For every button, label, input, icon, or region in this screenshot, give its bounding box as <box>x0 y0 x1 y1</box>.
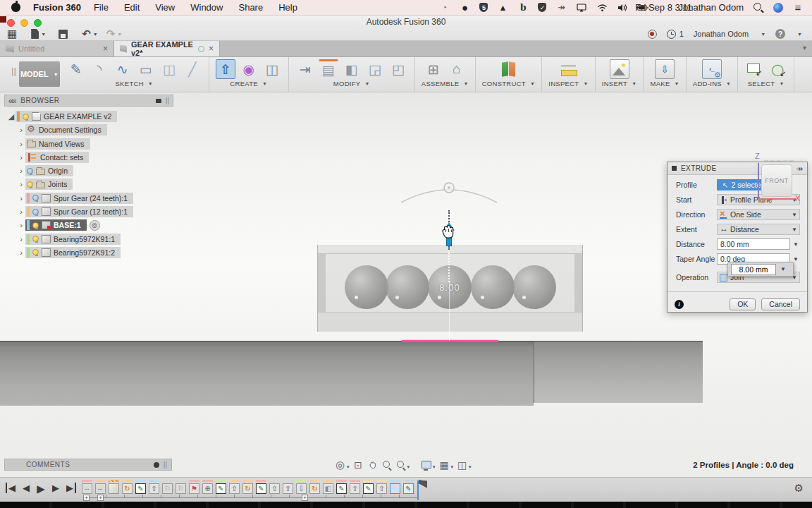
timeline-feature-revolve[interactable] <box>309 480 321 495</box>
info-icon[interactable]: i <box>675 300 684 309</box>
spiral-icon[interactable] <box>438 2 450 13</box>
navbar-caret-icon[interactable]: ▾ <box>347 464 350 470</box>
visibility-bulb-icon[interactable] <box>32 249 39 255</box>
app-grid-icon[interactable] <box>7 28 17 40</box>
extrude-feature-icon[interactable] <box>269 483 280 494</box>
zoom-icon[interactable] <box>381 459 393 471</box>
spline-icon[interactable] <box>113 59 133 79</box>
window-select-icon[interactable] <box>744 59 764 79</box>
measure-icon[interactable] <box>558 59 578 79</box>
timeline-feature-sketch[interactable] <box>216 480 228 495</box>
close-tab-icon[interactable]: × <box>209 44 214 54</box>
visibility-bulb-icon[interactable] <box>32 236 39 242</box>
display-icon[interactable] <box>420 459 432 471</box>
timeline-feature-cube[interactable] <box>109 480 121 495</box>
timeline-feature-export[interactable] <box>296 480 308 495</box>
chamfer-icon[interactable] <box>388 59 408 79</box>
siri-icon[interactable] <box>773 3 783 13</box>
browser-item-body[interactable]: Bearing5972K91:1 <box>25 234 121 245</box>
drive-icon[interactable] <box>497 2 508 13</box>
combine-feature-icon[interactable] <box>323 483 333 494</box>
menubar-clock[interactable]: Fri Sep 8 3:11 <box>658 2 669 13</box>
timeline-playhead-flag[interactable] <box>419 480 427 488</box>
browser-item-body[interactable]: BASE:1 <box>25 219 87 231</box>
timeline-group-expand-icon[interactable]: + <box>97 495 104 501</box>
press-pull-icon[interactable] <box>295 59 315 79</box>
timeline-feature-cube-sel[interactable] <box>390 480 402 495</box>
timeline-feature-sketch[interactable] <box>336 480 348 495</box>
timeline-feature-revolve[interactable] <box>122 480 134 495</box>
browser-item-document-settings[interactable]: ›Document Settings <box>4 124 173 135</box>
undo-caret[interactable]: ▼ <box>93 32 98 37</box>
input-caret-icon[interactable]: ▼ <box>793 256 799 262</box>
browser-item-body[interactable]: Joints <box>25 179 73 190</box>
direction-select[interactable]: One Side▼ <box>717 209 800 220</box>
extrude-feature-icon[interactable] <box>149 483 159 494</box>
grid-icon[interactable] <box>438 459 450 471</box>
browser-item-joints[interactable]: ›Joints <box>4 179 173 190</box>
sketch-mirror-icon[interactable] <box>159 59 179 79</box>
pan-icon[interactable] <box>367 459 379 471</box>
record-icon[interactable] <box>648 30 657 39</box>
visibility-bulb-icon[interactable] <box>23 114 29 120</box>
extrude-feature-icon[interactable] <box>376 483 387 494</box>
undo-icon[interactable] <box>82 28 91 40</box>
timeline-feature-group[interactable] <box>95 480 107 495</box>
bearing-ball[interactable] <box>512 265 556 309</box>
menubar-user[interactable]: Jonathan Odom <box>678 2 744 13</box>
wifi-icon[interactable] <box>596 2 608 13</box>
timeline-feature-group[interactable] <box>82 480 94 495</box>
sketch-feature-icon[interactable] <box>216 483 226 494</box>
input-caret-icon[interactable]: ▼ <box>793 241 799 248</box>
browser-dock-icon[interactable] <box>156 99 161 103</box>
viewcube[interactable]: FRONT Z X <box>750 152 806 207</box>
menu-file[interactable]: File <box>94 2 109 13</box>
fillet-icon[interactable] <box>365 59 385 79</box>
revolve-feature-icon[interactable] <box>242 483 253 494</box>
ribbon-group-label-create[interactable]: CREATE▼ <box>230 80 267 87</box>
browser-item-origin[interactable]: ›Origin <box>4 165 173 176</box>
cube-sel-feature-icon[interactable] <box>390 483 400 494</box>
extrude-dimension-value[interactable]: 8.00 <box>433 282 466 293</box>
create-sketch-icon[interactable] <box>66 59 86 79</box>
expander-icon[interactable]: › <box>17 126 25 134</box>
slot-icon[interactable] <box>136 59 156 79</box>
browser-collapse-icon[interactable]: «« <box>8 96 15 106</box>
revolve-feature-icon[interactable] <box>309 483 320 494</box>
extrude-feature-icon[interactable] <box>229 483 240 494</box>
redo-icon[interactable] <box>106 28 116 40</box>
extent-select[interactable]: Distance▼ <box>717 224 800 235</box>
gear-housing-bottom-band[interactable] <box>318 312 582 332</box>
navbar-caret-icon[interactable]: ▾ <box>451 464 454 470</box>
expander-icon[interactable]: ◢ <box>7 112 16 121</box>
menu-view[interactable]: View <box>155 2 175 13</box>
expander-icon[interactable]: › <box>17 235 25 243</box>
bear-icon[interactable]: b <box>517 2 529 13</box>
job-status-icon[interactable] <box>667 30 676 39</box>
timeline-feature-extrude[interactable] <box>269 480 281 495</box>
sketch-sel-feature-icon[interactable] <box>403 483 414 494</box>
trim-icon[interactable] <box>183 59 202 79</box>
timeline-feature-extrude[interactable] <box>149 480 161 495</box>
export-feature-icon[interactable] <box>296 483 307 494</box>
cloud-status-icon[interactable] <box>198 46 204 52</box>
timeline-feature-sketch[interactable] <box>363 480 375 495</box>
save-icon[interactable] <box>59 30 68 39</box>
sketch-fillet-icon[interactable] <box>90 59 109 79</box>
menu-edit[interactable]: Edit <box>124 2 140 13</box>
timeline-group-expand-icon[interactable]: + <box>83 495 90 501</box>
timeline-feature-extrude[interactable] <box>376 480 388 495</box>
skip-end-icon[interactable]: ▶ <box>65 483 76 493</box>
timeline-feature-sketch[interactable] <box>135 480 147 495</box>
ribbon-group-label-construct[interactable]: CONSTRUCT▼ <box>482 80 536 87</box>
browser-item-body[interactable]: Named Views <box>25 138 90 150</box>
group-feature-icon[interactable] <box>82 483 92 494</box>
browser-item-spur-gear-24-teeth-1[interactable]: ›Spur Gear (24 teeth):1 <box>4 193 173 204</box>
ok-button[interactable]: OK <box>730 298 756 310</box>
timeline-feature-sketch[interactable] <box>256 480 268 495</box>
shield5-icon[interactable]: 5 <box>479 3 488 12</box>
sketch-feature-icon[interactable] <box>363 483 374 494</box>
print-icon[interactable] <box>655 59 675 79</box>
navbar-caret-icon[interactable]: ▾ <box>469 464 472 470</box>
ribbon-group-label-inspect[interactable]: INSPECT▼ <box>548 80 589 87</box>
